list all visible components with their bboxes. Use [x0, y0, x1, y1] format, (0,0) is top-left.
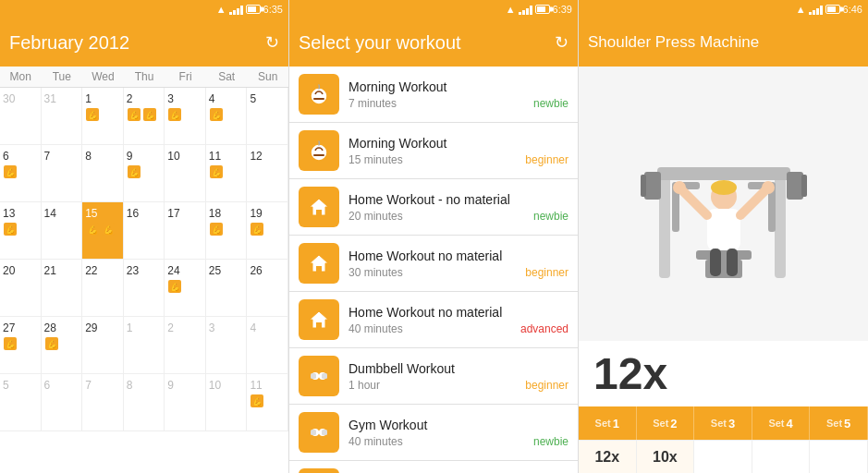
calendar-refresh-icon[interactable]: ↻ — [265, 32, 279, 53]
day-number: 30 — [3, 92, 15, 105]
workout-item[interactable]: Gym Workout1 hourbeginner — [289, 461, 578, 473]
set-tab-5[interactable]: Set 5 — [810, 406, 868, 440]
day-number: 26 — [250, 264, 262, 277]
cal-cell[interactable]: 11💪 — [247, 374, 288, 431]
cal-cell[interactable]: 14 — [42, 202, 83, 260]
workout-item[interactable]: Morning Workout7 minutesnewbie — [289, 67, 578, 123]
calendar-header: February 2012 ↻ — [0, 18, 288, 67]
cal-cell[interactable]: 18💪 — [206, 202, 248, 260]
cal-cell[interactable]: 28💪 — [42, 317, 83, 374]
workout-list: Morning Workout7 minutesnewbieMorning Wo… — [289, 67, 578, 473]
day-number: 15 — [85, 207, 97, 220]
cal-cell[interactable]: 10 — [206, 374, 248, 431]
cal-cell[interactable]: 5 — [247, 88, 288, 145]
cal-cell[interactable]: 9 — [165, 374, 206, 431]
workout-duration: 40 minutes — [348, 435, 403, 448]
set-tab-3[interactable]: Set 3 — [694, 406, 752, 440]
battery-tip-3 — [840, 7, 843, 12]
cal-cell[interactable]: 4 — [247, 317, 288, 374]
cal-cell[interactable]: 3💪 — [165, 88, 206, 145]
cal-cell[interactable]: 27💪 — [0, 317, 42, 374]
cal-cell[interactable]: 2💪💪 — [124, 88, 165, 145]
set-tab-4[interactable]: Set 4 — [752, 406, 811, 440]
workout-item[interactable]: Home Workout no material40 minutesadvanc… — [289, 292, 578, 348]
cal-cell[interactable]: 12 — [247, 145, 288, 202]
battery-fill-2 — [537, 6, 546, 12]
col-fri: Fri — [165, 67, 206, 87]
cal-cell[interactable]: 31 — [42, 88, 83, 145]
svg-point-73 — [673, 181, 686, 194]
cal-cell[interactable]: 8 — [124, 374, 165, 431]
workout-duration: 15 minutes — [348, 153, 403, 166]
cal-cell[interactable]: 3 — [206, 317, 248, 374]
svg-text:💪: 💪 — [211, 224, 222, 236]
set-value-cell-1[interactable]: 12x — [579, 441, 637, 473]
workout-item[interactable]: Home Workout - no material20 minutesnewb… — [289, 179, 578, 236]
cal-cell[interactable]: 19💪 — [247, 202, 288, 260]
set-value-cell-5[interactable] — [810, 441, 868, 473]
cal-cell[interactable]: 6 — [42, 374, 83, 431]
cal-cell[interactable]: 29 — [82, 317, 124, 374]
cal-cell[interactable]: 2 — [165, 317, 206, 374]
workout-type-icon — [299, 356, 339, 396]
status-icons-3: ▲ 6:46 — [796, 4, 862, 15]
cal-cell[interactable]: 6💪 — [0, 145, 42, 202]
svg-rect-51 — [315, 431, 323, 434]
workout-info: Home Workout no material30 minutesbeginn… — [348, 248, 568, 279]
day-number: 11 — [250, 379, 262, 392]
cal-cell[interactable]: 20 — [0, 260, 42, 317]
col-sun: Sun — [247, 67, 288, 87]
set-tab-2[interactable]: Set 2 — [637, 406, 695, 440]
workout-icon: 💪 — [3, 222, 18, 240]
workout-item[interactable]: Home Workout no material30 minutesbeginn… — [289, 236, 578, 292]
cal-cell[interactable]: 9💪 — [124, 145, 165, 202]
svg-rect-76 — [727, 249, 738, 276]
day-number: 17 — [167, 207, 179, 220]
detail-header: Shoulder Press Machine — [579, 18, 868, 67]
set-value-cell-3[interactable] — [694, 441, 752, 473]
workout-duration: 30 minutes — [348, 266, 403, 279]
workout-icon: 💪 — [209, 222, 224, 240]
day-number: 2 — [127, 92, 133, 105]
workout-meta: 1 hourbeginner — [348, 379, 568, 392]
cal-cell[interactable]: 1💪 — [82, 88, 124, 145]
svg-rect-77 — [644, 172, 661, 200]
workouts-refresh-icon[interactable]: ↻ — [555, 32, 568, 53]
workout-item[interactable]: Gym Workout40 minutesnewbie — [289, 405, 578, 461]
cal-cell[interactable]: 17 — [165, 202, 206, 260]
cal-cell[interactable]: 11💪 — [206, 145, 248, 202]
day-number: 16 — [127, 207, 139, 220]
cal-cell[interactable]: 26 — [247, 260, 288, 317]
cal-cell[interactable]: 25 — [206, 260, 248, 317]
workout-item[interactable]: Morning Workout15 minutesbeginner — [289, 123, 578, 179]
calendar-header-row: Mon Tue Wed Thu Fri Sat Sun — [0, 67, 288, 88]
workout-icon: 💪 — [127, 164, 141, 183]
workout-icon: 💪 — [127, 107, 141, 126]
workout-level: newbie — [533, 97, 568, 110]
workout-item[interactable]: Dumbbell Workout1 hourbeginner — [289, 348, 578, 405]
cal-cell[interactable]: 13💪 — [0, 202, 42, 260]
svg-text:💪: 💪 — [211, 110, 222, 121]
cal-cell[interactable]: 22 — [82, 260, 124, 317]
col-mon: Mon — [0, 67, 42, 87]
set-value-cell-4[interactable] — [752, 441, 811, 473]
cal-cell[interactable]: 24💪 — [165, 260, 206, 317]
cal-cell[interactable]: 15💪💪 — [82, 202, 124, 260]
set-tab-1[interactable]: Set 1 — [579, 406, 637, 440]
cal-cell[interactable]: 8 — [82, 145, 124, 202]
svg-text:💪: 💪 — [46, 339, 57, 350]
cal-cell[interactable]: 23 — [124, 260, 165, 317]
cal-cell[interactable]: 16 — [124, 202, 165, 260]
sets-bar[interactable]: Set 1Set 2Set 3Set 4Set 5 — [579, 406, 868, 440]
cal-cell[interactable]: 1 — [124, 317, 165, 374]
cal-cell[interactable]: 10 — [165, 145, 206, 202]
cal-cell[interactable]: 5 — [0, 374, 42, 431]
cal-cell[interactable]: 7 — [42, 145, 83, 202]
workout-indicator: 💪 — [3, 164, 18, 179]
cal-cell[interactable]: 7 — [82, 374, 124, 431]
cal-cell[interactable]: 30 — [0, 88, 42, 145]
set-value-cell-2[interactable]: 10x — [637, 441, 695, 473]
day-number: 19 — [250, 207, 262, 220]
cal-cell[interactable]: 4💪 — [206, 88, 248, 145]
cal-cell[interactable]: 21 — [42, 260, 83, 317]
